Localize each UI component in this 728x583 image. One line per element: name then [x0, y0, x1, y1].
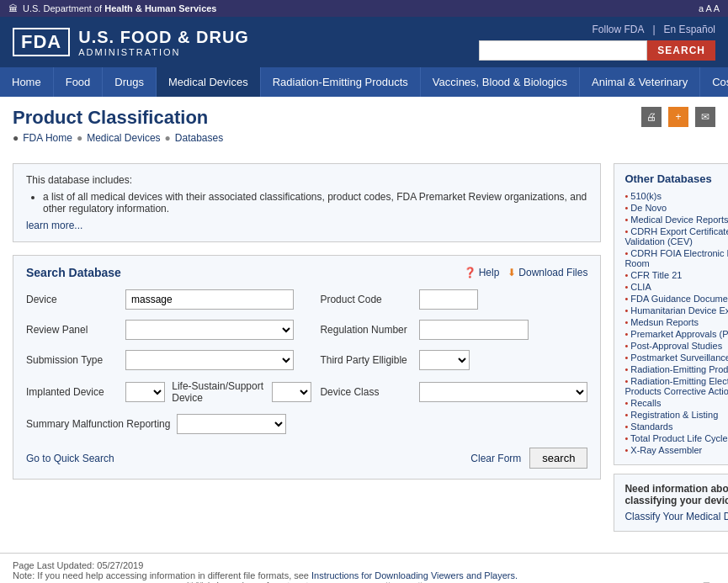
db-link-pma: Premarket Approvals (PMAs)	[624, 328, 728, 340]
breadcrumb-medical-devices[interactable]: Medical Devices	[87, 132, 160, 144]
db-link-cfr: CFR Title 21	[624, 269, 728, 281]
db-link-recalls: Recalls	[624, 397, 728, 409]
db-link-postmarket: Postmarket Surveillance Studies	[624, 352, 728, 363]
help-icon: ❓	[464, 267, 476, 278]
header-search-button[interactable]: SEARCH	[647, 40, 715, 61]
logo-area: FDA U.S. FOOD & DRUG ADMINISTRATION	[13, 28, 249, 57]
nav-item-home[interactable]: Home	[0, 67, 54, 97]
db-link-cev: CDRH Export Certificate Validation (CEV)	[624, 225, 728, 247]
breadcrumb-sep-1: ●	[77, 132, 82, 144]
life-sustain-select[interactable]	[272, 382, 311, 402]
db-link-medsun: Medsun Reports	[624, 316, 728, 328]
fda-text: U.S. FOOD & DRUG ADMINISTRATION	[78, 28, 249, 57]
third-party-label: Third Party Elligible	[320, 354, 412, 366]
en-espanol-link[interactable]: En Español	[664, 24, 715, 35]
search-db-title: Search Database	[26, 266, 121, 279]
implanted-device-row: Implanted Device Life-Sustain/Support De…	[26, 380, 311, 404]
info-item-1: a list of all medical devices with their…	[43, 191, 587, 215]
main-nav: Home Food Drugs Medical Devices Radiatio…	[0, 67, 728, 97]
summary-malfunction-row: Summary Malfunction Reporting	[26, 414, 311, 434]
header: FDA U.S. FOOD & DRUG ADMINISTRATION Foll…	[0, 17, 728, 67]
footer-note: Note: If you need help accessing informa…	[13, 570, 715, 580]
quick-search-link[interactable]: Go to Quick Search	[26, 453, 114, 464]
db-link-hde: Humanitarian Device Exemption	[624, 305, 728, 316]
review-panel-select[interactable]	[125, 320, 294, 340]
breadcrumb-sep-2: ●	[165, 132, 171, 144]
other-databases-title: Other Databases	[624, 172, 728, 185]
third-party-row: Third Party Elligible	[320, 350, 587, 370]
page-title-area: Product Classification ● FDA Home ● Medi…	[13, 107, 223, 144]
print-button[interactable]: 🖨	[641, 107, 662, 127]
nav-item-medical-devices[interactable]: Medical Devices	[157, 67, 261, 97]
db-link-clia: CLIA	[624, 281, 728, 293]
breadcrumb-fda-home[interactable]: FDA Home	[23, 132, 72, 144]
footer: Page Last Updated: 05/27/2019 Note: If y…	[0, 553, 728, 583]
page-actions: 🖨 + ✉	[641, 107, 715, 127]
db-link-denovo: De Novo	[624, 202, 728, 214]
hhs-icon: 🏛	[8, 3, 18, 13]
db-link-post-approval: Post-Approval Studies	[624, 340, 728, 352]
footer-last-updated: Page Last Updated: 05/27/2019	[13, 560, 715, 570]
db-link-radiation: Radiation-Emitting Products	[624, 363, 728, 375]
submission-type-select[interactable]	[125, 350, 294, 370]
nav-item-animal[interactable]: Animal & Veterinary	[580, 67, 700, 97]
nav-item-vaccines[interactable]: Vaccines, Blood & Biologics	[421, 67, 580, 97]
breadcrumb-icon: ●	[13, 132, 19, 144]
db-link-registration: Registration & Listing	[624, 409, 728, 421]
summary-malfunction-label: Summary Malfunction Reporting	[26, 418, 170, 430]
fda-box: FDA	[13, 28, 70, 56]
info-heading: This database includes:	[26, 174, 587, 186]
db-link-standards: Standards	[624, 421, 728, 432]
device-field-row: Device	[26, 289, 311, 310]
summary-malfunction-select[interactable]	[177, 414, 286, 434]
device-input[interactable]	[125, 289, 294, 310]
form-actions: Clear Form search	[470, 448, 587, 469]
download-icon: ⬇	[507, 267, 516, 278]
nav-item-food[interactable]: Food	[54, 67, 104, 97]
search-button[interactable]: search	[529, 448, 587, 469]
clear-form-link[interactable]: Clear Form	[470, 453, 521, 464]
third-party-select[interactable]	[419, 350, 470, 370]
breadcrumb: ● FDA Home ● Medical Devices ● Databases	[13, 132, 223, 144]
db-link-510k: 510(k)s	[624, 190, 728, 202]
device-label: Device	[26, 294, 119, 305]
implanted-device-select[interactable]	[125, 382, 165, 402]
page-title: Product Classification	[13, 107, 223, 129]
db-link-maude: Medical Device Reports (MAUDE)	[624, 214, 728, 225]
search-database-box: Search Database ❓ Help ⬇ Download Files	[13, 255, 601, 480]
nav-item-drugs[interactable]: Drugs	[103, 67, 157, 97]
font-size-controls[interactable]: a A A	[699, 3, 720, 13]
life-sustain-label: Life-Sustain/Support Device	[172, 380, 265, 404]
submission-type-row: Submission Type	[26, 350, 311, 370]
info-box: This database includes: a list of all me…	[13, 163, 601, 242]
info-list: a list of all medical devices with their…	[26, 191, 587, 215]
product-code-label: Product Code	[320, 294, 412, 305]
device-class-select[interactable]	[419, 382, 587, 402]
search-db-actions: ❓ Help ⬇ Download Files	[464, 267, 588, 278]
header-search-input[interactable]	[479, 40, 647, 61]
classify-title: Need information about classifying your …	[624, 483, 728, 506]
gov-bar: 🏛 U.S. Department of Health & Human Serv…	[0, 0, 728, 17]
follow-fda-link[interactable]: Follow FDA	[592, 24, 644, 35]
other-databases-box: Other Databases 510(k)s De Novo Medical …	[614, 163, 728, 465]
db-link-xray: X-Ray Assembler	[624, 444, 728, 456]
submission-type-label: Submission Type	[26, 354, 119, 366]
help-link[interactable]: ❓ Help	[464, 267, 500, 278]
email-button[interactable]: ✉	[695, 107, 715, 127]
device-class-label: Device Class	[320, 386, 412, 398]
nav-item-radiation[interactable]: Radiation-Emitting Products	[261, 67, 421, 97]
product-code-input[interactable]	[419, 289, 478, 310]
db-link-foia: CDRH FOIA Electronic Reading Room	[624, 247, 728, 269]
right-sidebar: Other Databases 510(k)s De Novo Medical …	[614, 163, 728, 532]
regulation-number-row: Regulation Number	[320, 320, 587, 340]
breadcrumb-databases[interactable]: Databases	[175, 132, 223, 144]
share-button[interactable]: +	[668, 107, 688, 127]
classify-link[interactable]: Classify Your Medical Device	[624, 511, 728, 522]
other-databases-list: 510(k)s De Novo Medical Device Reports (…	[624, 190, 728, 456]
download-link[interactable]: ⬇ Download Files	[507, 267, 587, 278]
nav-item-cosmetics[interactable]: Cosmetics	[700, 67, 728, 97]
footer-instructions-link[interactable]: Instructions for Downloading Viewers and…	[311, 570, 518, 580]
hhs-text: U.S. Department of Health & Human Servic…	[23, 3, 217, 13]
learn-more-link[interactable]: learn more...	[26, 220, 82, 231]
regulation-number-input[interactable]	[419, 320, 529, 340]
